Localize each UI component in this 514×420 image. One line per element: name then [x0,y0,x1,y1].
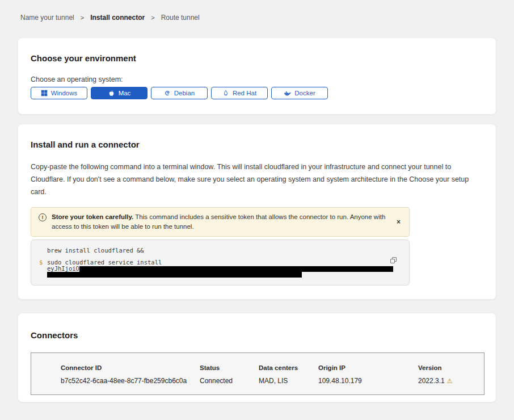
header-status: Status [200,364,259,371]
table-header-row: Connector ID Status Data centers Origin … [61,364,478,371]
copy-icon[interactable] [390,257,397,264]
breadcrumb-separator: > [151,14,154,21]
os-button-redhat[interactable]: Red Hat [211,87,268,99]
os-button-group: Windows Mac Debian [31,87,483,99]
breadcrumb-step-install-connector[interactable]: Install connector [90,14,145,22]
os-button-label: Docker [294,90,315,96]
redacted-token-bar [47,272,302,278]
install-card-title: Install and run a connector [31,140,483,149]
os-button-label: Debian [174,90,195,96]
header-connector-id: Connector ID [61,364,200,371]
data-centers-value: MAD, LIS [259,377,318,385]
close-icon[interactable]: × [397,218,401,226]
token-warning-banner: ! Store your token carefully. This comma… [31,207,410,237]
warning-triangle-icon: ⚠ [447,377,453,384]
redhat-icon [222,90,229,96]
os-button-label: Red Hat [233,90,256,96]
header-origin-ip: Origin IP [318,364,418,371]
shell-prompt: $ [39,259,47,278]
version-value: 2022.3.1⚠ [418,377,478,385]
connectors-card: Connectors Connector ID Status Data cent… [18,313,496,402]
install-connector-card: Install and run a connector Copy-paste t… [18,124,496,300]
alert-circle-icon: ! [39,213,47,221]
os-button-docker[interactable]: Docker [271,87,328,99]
header-data-centers: Data centers [259,364,318,371]
docker-icon [284,90,291,97]
breadcrumb-step-name-tunnel[interactable]: Name your tunnel [20,14,74,22]
install-command-codeblock[interactable]: brew install cloudflared && $ sudo cloud… [31,240,410,285]
windows-icon [41,90,48,96]
breadcrumb: Name your tunnel > Install connector > R… [0,0,514,22]
os-button-label: Mac [119,90,131,96]
table-row: b7c52c42-6caa-48ee-8c77-fbe259cb6c0a Con… [61,377,478,385]
code-line-brew: brew install cloudflared && [47,247,401,254]
status-badge: Connected [200,377,259,385]
environment-card: Choose your environment Choose an operat… [18,37,496,115]
os-select-label: Choose an operating system: [31,75,483,83]
code-line-sudo: sudo cloudflared service install [47,259,393,266]
code-line-token: eyJhIjoiO [47,266,393,272]
connectors-card-title: Connectors [31,330,483,340]
header-version: Version [418,364,478,371]
warning-title: Store your token carefully. [52,213,133,220]
redacted-token-bar [79,266,393,272]
connector-id-value: b7c52c42-6caa-48ee-8c77-fbe259cb6c0a [61,377,200,385]
apple-icon [108,90,115,97]
warning-text: Store your token carefully. This command… [52,212,386,232]
debian-icon [164,90,171,96]
breadcrumb-step-route-tunnel[interactable]: Route tunnel [161,14,200,22]
breadcrumb-separator: > [81,14,84,21]
os-button-label: Windows [51,90,78,96]
os-button-mac[interactable]: Mac [91,87,148,99]
connectors-table: Connector ID Status Data centers Origin … [31,352,484,395]
environment-card-title: Choose your environment [31,53,483,63]
os-button-debian[interactable]: Debian [151,87,208,99]
origin-ip-value: 109.48.10.179 [318,377,418,385]
os-button-windows[interactable]: Windows [31,87,87,99]
install-description: Copy-paste the following command into a … [31,161,481,198]
